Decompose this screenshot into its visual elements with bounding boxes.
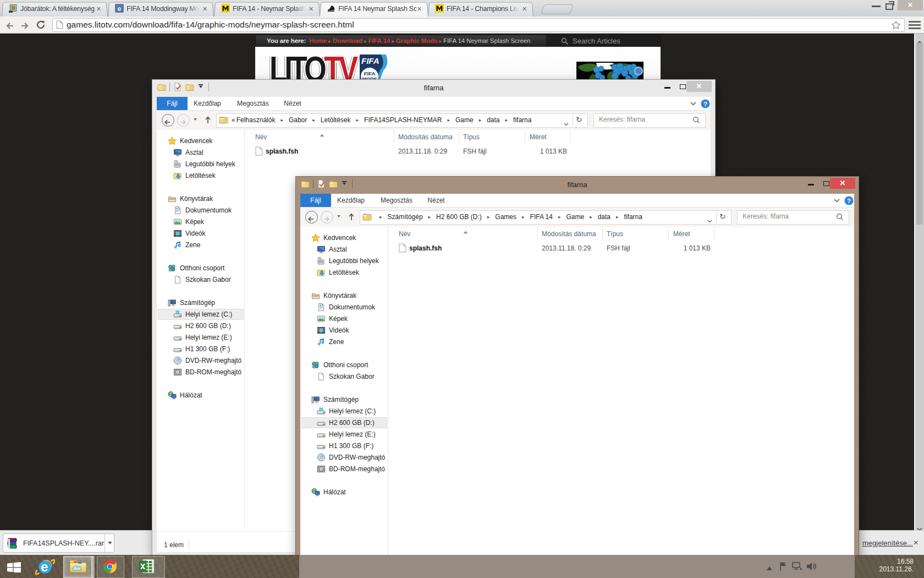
svg-text:FIFA: FIFA [361, 56, 380, 66]
svg-text:e: e [118, 5, 122, 13]
svg-text:?: ? [847, 198, 851, 204]
svg-text:FIFA: FIFA [364, 70, 376, 77]
svg-text:?: ? [703, 101, 707, 107]
svg-text:e: e [41, 559, 48, 574]
